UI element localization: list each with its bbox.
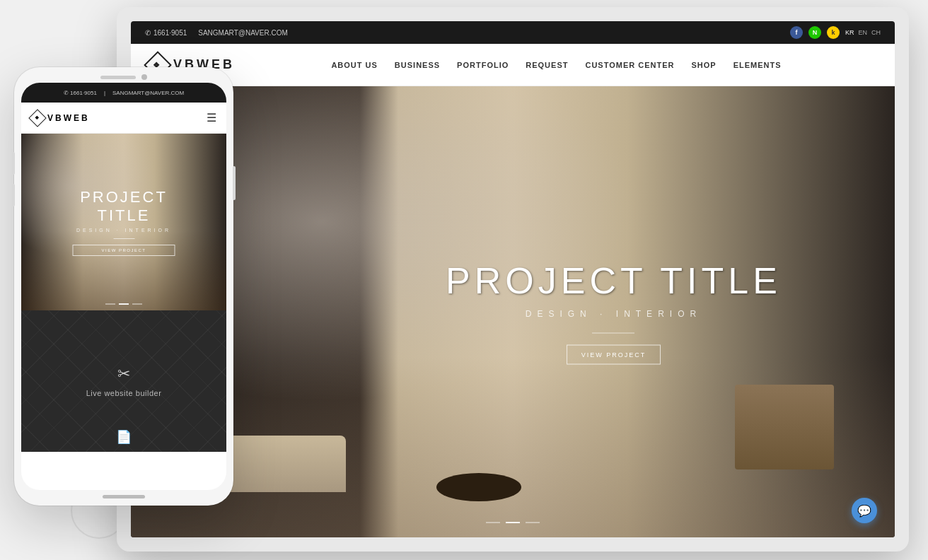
phone-hero: PROJECT TITLE DESIGN · INTERIOR VIEW PRO… [21,134,226,310]
tablet-topbar: ✆ 1661·9051 SANGMART@NAVER.COM f N k KR … [131,21,895,44]
phone-camera [141,74,147,80]
phone-topbar-phone: ✆ 1661·9051 [64,90,97,96]
phone-speaker [100,76,136,79]
slide-dot-2[interactable] [506,522,520,523]
phone-hero-subtitle: DESIGN · INTERIOR [73,228,175,233]
slide-dot-3[interactable] [526,522,540,523]
phone-dot-2[interactable] [119,303,129,305]
phone-top-notch [100,74,147,80]
nav-customer[interactable]: CUSTOMER CENTER [585,58,674,72]
volume-up-button [12,152,15,175]
phone-topbar-separator: | [104,90,105,96]
phone-screen: ✆ 1661·9051 | SANGMART@NAVER.COM ❖ VBWEB… [21,83,226,490]
hero-view-project-button[interactable]: VIEW PROJECT [567,345,661,365]
phone-dot-3[interactable] [132,303,142,305]
lang-en[interactable]: EN [858,29,867,36]
phone-frame: ✆ 1661·9051 | SANGMART@NAVER.COM ❖ VBWEB… [14,67,233,506]
tablet-navbar: ❖ VBWEB ABOUT US BUSINESS PORTFOLIO REQU… [131,44,895,86]
phone-hero-title: PROJECT TITLE [73,188,175,225]
phone-topbar-email: SANGMART@NAVER.COM [112,90,184,96]
kakao-button[interactable]: k [827,26,840,39]
hero-content: PROJECT TITLE DESIGN · INTERIOR VIEW PRO… [446,259,782,365]
phone-icon: ✆ [145,29,151,37]
nav-elements[interactable]: ELEMENTS [733,58,782,72]
phone-hero-content: PROJECT TITLE DESIGN · INTERIOR VIEW PRO… [73,188,175,256]
phone-view-project-button[interactable]: VIEW PROJECT [73,245,175,256]
topbar-phone: ✆ 1661·9051 [145,29,187,37]
phone-mockup: ✆ 1661·9051 | SANGMART@NAVER.COM ❖ VBWEB… [14,67,233,506]
phone-logo[interactable]: ❖ VBWEB [31,112,90,124]
topbar-right: f N k KR EN CH [790,26,881,39]
hero-slide-dots [486,522,540,523]
lang-ch[interactable]: CH [871,29,881,36]
nav-portfolio[interactable]: PORTFOLIO [457,58,509,72]
nav-business[interactable]: BUSINESS [395,58,440,72]
topbar-left: ✆ 1661·9051 SANGMART@NAVER.COM [145,29,288,37]
phone-builder-section: ✂ Live website builder 📄 [21,310,226,452]
coffee-table-decoration [436,473,521,501]
phone-logo-icon: ❖ [28,109,46,127]
nav-about[interactable]: ABOUT US [331,58,377,72]
hero-divider [592,333,634,334]
tablet-screen: ✆ 1661·9051 SANGMART@NAVER.COM f N k KR … [131,21,895,537]
tablet-frame: ✆ 1661·9051 SANGMART@NAVER.COM f N k KR … [117,7,909,552]
chair-decoration [735,385,834,469]
lang-kr[interactable]: KR [845,29,854,36]
phone-builder-text: Live website builder [86,389,162,397]
volume-down-button [12,184,15,206]
phone-navbar: ❖ VBWEB ☰ [21,103,226,134]
phone-slide-dots [105,303,142,305]
slide-dot-1[interactable] [486,522,500,523]
tablet-mockup: ✆ 1661·9051 SANGMART@NAVER.COM f N k KR … [117,7,909,552]
facebook-button[interactable]: f [790,26,803,39]
phone-logo-text: VBWEB [47,113,90,123]
hero-title: PROJECT TITLE [446,259,782,302]
language-switcher: KR EN CH [845,29,881,36]
phone-page-icon: 📄 [116,429,132,445]
topbar-email: SANGMART@NAVER.COM [198,29,287,37]
tablet-hero: PROJECT TITLE DESIGN · INTERIOR VIEW PRO… [131,86,895,537]
nav-shop[interactable]: SHOP [692,58,717,72]
hamburger-menu-button[interactable]: ☰ [207,111,216,124]
hero-subtitle: DESIGN · INTERIOR [446,309,782,319]
phone-dot-1[interactable] [105,303,115,305]
power-button [233,166,236,200]
phone-topbar: ✆ 1661·9051 | SANGMART@NAVER.COM [21,83,226,103]
nav-links: ABOUT US BUSINESS PORTFOLIO REQUEST CUST… [331,58,781,72]
phone-builder-content: ✂ Live website builder [86,365,162,397]
phone-home-indicator [103,495,145,498]
phone-hero-divider [113,238,134,239]
chat-bubble-button[interactable]: 💬 [852,498,877,523]
naver-button[interactable]: N [808,26,821,39]
scissors-icon: ✂ [86,365,162,383]
nav-request[interactable]: REQUEST [526,58,568,72]
